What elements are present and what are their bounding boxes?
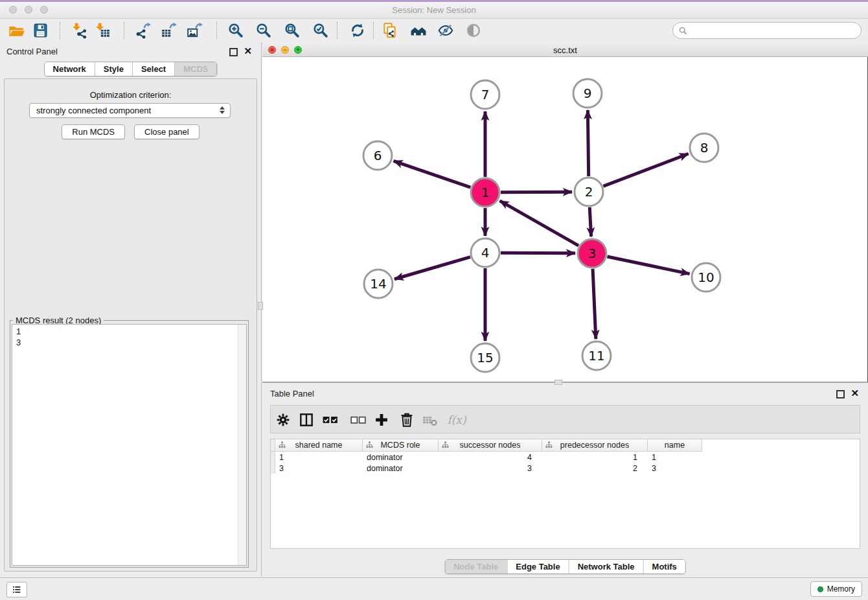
- tab-network-table[interactable]: Network Table: [569, 560, 643, 573]
- zoom-out-icon[interactable]: [253, 21, 274, 40]
- table-cell[interactable]: dominator: [363, 453, 439, 462]
- svg-text:11: 11: [588, 348, 604, 363]
- graph-node-2[interactable]: 2: [575, 178, 603, 206]
- graph-edge-4-3[interactable]: [501, 253, 575, 253]
- graph-node-1[interactable]: 1: [471, 178, 499, 207]
- graph-edge-3-11[interactable]: [593, 269, 596, 339]
- select-all-icon[interactable]: [321, 410, 340, 430]
- zoom-fit-icon[interactable]: [282, 21, 303, 40]
- graph-edge-2-8[interactable]: [603, 154, 688, 186]
- table-row[interactable]: 3dominator323: [271, 463, 860, 474]
- network-window-title: scc.txt: [262, 45, 868, 55]
- graph-edge-3-10[interactable]: [607, 257, 689, 274]
- graph-edge-1-2[interactable]: [501, 192, 572, 192]
- graph-node-4[interactable]: 4: [471, 238, 499, 267]
- horizontal-splitter-handle[interactable]: [554, 380, 562, 385]
- graph-node-11[interactable]: 11: [582, 341, 611, 370]
- graph-edge-2-3[interactable]: [589, 207, 591, 237]
- graph-node-10[interactable]: 10: [692, 263, 720, 292]
- table-settings-icon[interactable]: [273, 410, 293, 430]
- memory-button[interactable]: Memory: [810, 581, 862, 597]
- graph-node-7[interactable]: 7: [471, 80, 499, 109]
- mcds-result-text: 1 3: [12, 325, 238, 565]
- control-panel-tabs: NetworkStyleSelectMCDS: [44, 62, 218, 76]
- close-panel-button[interactable]: Close panel: [134, 124, 200, 139]
- graph-edge-2-9[interactable]: [588, 110, 588, 176]
- refresh-icon[interactable]: [347, 21, 368, 40]
- tab-node-table[interactable]: Node Table: [445, 560, 507, 573]
- graph-node-15[interactable]: 15: [471, 343, 499, 372]
- table-cell[interactable]: 2: [542, 464, 648, 473]
- toolbar-separator: [337, 22, 337, 39]
- column-header-predecessor-nodes[interactable]: predecessor nodes: [542, 439, 648, 452]
- table-cell[interactable]: 1: [648, 453, 702, 462]
- graph-node-9[interactable]: 9: [573, 79, 602, 108]
- search-input[interactable]: [688, 25, 861, 36]
- delete-row-icon[interactable]: [397, 410, 417, 430]
- graph-edge-1-6[interactable]: [394, 161, 471, 187]
- vertical-splitter-handle[interactable]: [258, 302, 263, 310]
- column-header-successor-nodes[interactable]: successor nodes: [439, 439, 542, 452]
- window-title: Session: New Session: [0, 5, 868, 15]
- graph-edge-4-14[interactable]: [394, 257, 470, 279]
- mcds-result-scrollbar[interactable]: [238, 325, 246, 565]
- deselect-all-icon[interactable]: [348, 410, 368, 430]
- table-header-row: shared nameMCDS rolesuccessor nodesprede…: [271, 439, 860, 452]
- graph-node-8[interactable]: 8: [690, 133, 718, 162]
- column-header-MCDS-role[interactable]: MCDS role: [363, 439, 439, 452]
- select-stepper-icon: [220, 106, 225, 114]
- close-panel-icon[interactable]: ✕: [244, 47, 252, 56]
- import-network-icon[interactable]: [69, 21, 89, 40]
- home-icon[interactable]: [408, 21, 429, 40]
- criterion-select[interactable]: strongly connected component: [29, 103, 231, 118]
- save-session-icon[interactable]: [30, 21, 51, 40]
- status-bar: Memory: [0, 577, 868, 600]
- graph-edge-3-1[interactable]: [500, 201, 579, 246]
- export-network-icon[interactable]: [133, 21, 154, 40]
- zoom-selected-icon[interactable]: [310, 21, 331, 40]
- svg-text:7: 7: [481, 87, 490, 102]
- close-table-panel-icon[interactable]: ✕: [851, 389, 859, 398]
- tab-style[interactable]: Style: [95, 62, 132, 76]
- export-table-icon[interactable]: [159, 21, 179, 40]
- memory-label: Memory: [827, 584, 855, 594]
- table-row-gutter: [271, 452, 275, 463]
- svg-text:10: 10: [698, 270, 714, 285]
- table-cell[interactable]: 3: [648, 464, 702, 473]
- duplicate-network-icon[interactable]: [380, 21, 400, 40]
- level-of-detail-icon[interactable]: [463, 21, 484, 40]
- tab-network[interactable]: Network: [45, 62, 95, 76]
- toolbar-separator: [60, 22, 60, 39]
- table-row[interactable]: 1dominator411: [271, 452, 860, 463]
- table-cell[interactable]: dominator: [363, 464, 439, 473]
- import-table-icon[interactable]: [92, 21, 113, 40]
- open-session-icon[interactable]: [6, 21, 27, 40]
- table-cell[interactable]: 3: [275, 464, 363, 473]
- export-image-icon[interactable]: [185, 21, 205, 40]
- optimization-criterion-label: Optimization criterion:: [5, 90, 257, 100]
- graph-node-14[interactable]: 14: [364, 270, 393, 298]
- tab-motifs[interactable]: Motifs: [643, 560, 685, 573]
- float-panel-icon[interactable]: [229, 48, 238, 56]
- run-mcds-button[interactable]: Run MCDS: [62, 124, 125, 139]
- task-history-button[interactable]: [6, 582, 27, 597]
- network-canvas[interactable]: 7968124314101511: [262, 57, 868, 382]
- table-cell[interactable]: 3: [439, 464, 542, 473]
- svg-text:14: 14: [370, 276, 386, 292]
- tab-edge-table[interactable]: Edge Table: [507, 560, 568, 573]
- table-cell[interactable]: 1: [275, 453, 363, 462]
- table-cell[interactable]: 4: [439, 453, 542, 462]
- svg-text:8: 8: [700, 140, 709, 156]
- column-header-shared-name[interactable]: shared name: [275, 439, 363, 452]
- tab-mcds[interactable]: MCDS: [174, 62, 216, 76]
- toggle-panel-icon[interactable]: [297, 410, 316, 430]
- add-row-icon[interactable]: [372, 410, 391, 430]
- zoom-in-icon[interactable]: [225, 21, 246, 40]
- tab-select[interactable]: Select: [132, 62, 174, 76]
- toggle-graphics-details-icon[interactable]: [435, 21, 456, 40]
- column-header-name[interactable]: name: [648, 439, 702, 452]
- float-table-panel-icon[interactable]: [836, 390, 845, 398]
- graph-node-3[interactable]: 3: [578, 239, 606, 268]
- table-cell[interactable]: 1: [542, 453, 648, 462]
- graph-node-6[interactable]: 6: [363, 141, 392, 170]
